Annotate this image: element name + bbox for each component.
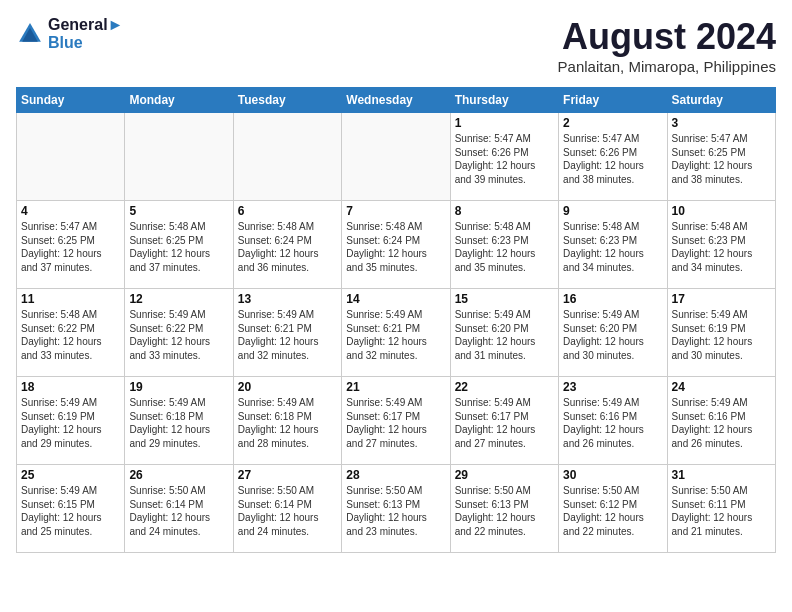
day-info: Sunrise: 5:47 AMSunset: 6:25 PMDaylight:… [672,132,771,186]
weekday-header-tuesday: Tuesday [233,88,341,113]
day-info: Sunrise: 5:49 AMSunset: 6:15 PMDaylight:… [21,484,120,538]
day-info: Sunrise: 5:50 AMSunset: 6:14 PMDaylight:… [129,484,228,538]
calendar-cell [342,113,450,201]
main-title: August 2024 [558,16,776,58]
calendar-cell [17,113,125,201]
day-info: Sunrise: 5:49 AMSunset: 6:20 PMDaylight:… [563,308,662,362]
calendar-week-1: 1Sunrise: 5:47 AMSunset: 6:26 PMDaylight… [17,113,776,201]
day-info: Sunrise: 5:50 AMSunset: 6:14 PMDaylight:… [238,484,337,538]
day-number: 18 [21,380,120,394]
calendar-cell: 26Sunrise: 5:50 AMSunset: 6:14 PMDayligh… [125,465,233,553]
calendar-week-2: 4Sunrise: 5:47 AMSunset: 6:25 PMDaylight… [17,201,776,289]
day-number: 12 [129,292,228,306]
weekday-header-sunday: Sunday [17,88,125,113]
calendar-cell: 14Sunrise: 5:49 AMSunset: 6:21 PMDayligh… [342,289,450,377]
day-number: 1 [455,116,554,130]
day-info: Sunrise: 5:48 AMSunset: 6:24 PMDaylight:… [346,220,445,274]
day-info: Sunrise: 5:49 AMSunset: 6:22 PMDaylight:… [129,308,228,362]
calendar-cell: 10Sunrise: 5:48 AMSunset: 6:23 PMDayligh… [667,201,775,289]
day-number: 10 [672,204,771,218]
calendar-cell: 15Sunrise: 5:49 AMSunset: 6:20 PMDayligh… [450,289,558,377]
calendar-cell: 22Sunrise: 5:49 AMSunset: 6:17 PMDayligh… [450,377,558,465]
calendar-cell: 21Sunrise: 5:49 AMSunset: 6:17 PMDayligh… [342,377,450,465]
calendar-cell: 1Sunrise: 5:47 AMSunset: 6:26 PMDaylight… [450,113,558,201]
weekday-header-wednesday: Wednesday [342,88,450,113]
day-info: Sunrise: 5:48 AMSunset: 6:23 PMDaylight:… [563,220,662,274]
day-info: Sunrise: 5:48 AMSunset: 6:23 PMDaylight:… [672,220,771,274]
day-info: Sunrise: 5:49 AMSunset: 6:17 PMDaylight:… [346,396,445,450]
calendar-cell: 20Sunrise: 5:49 AMSunset: 6:18 PMDayligh… [233,377,341,465]
day-info: Sunrise: 5:49 AMSunset: 6:19 PMDaylight:… [21,396,120,450]
day-info: Sunrise: 5:48 AMSunset: 6:25 PMDaylight:… [129,220,228,274]
day-number: 8 [455,204,554,218]
day-number: 2 [563,116,662,130]
calendar-cell [233,113,341,201]
day-info: Sunrise: 5:48 AMSunset: 6:23 PMDaylight:… [455,220,554,274]
day-number: 19 [129,380,228,394]
calendar-cell: 12Sunrise: 5:49 AMSunset: 6:22 PMDayligh… [125,289,233,377]
day-number: 23 [563,380,662,394]
calendar-week-3: 11Sunrise: 5:48 AMSunset: 6:22 PMDayligh… [17,289,776,377]
day-number: 17 [672,292,771,306]
logo-text: General► Blue [48,16,123,52]
day-info: Sunrise: 5:49 AMSunset: 6:19 PMDaylight:… [672,308,771,362]
day-info: Sunrise: 5:50 AMSunset: 6:11 PMDaylight:… [672,484,771,538]
calendar-week-5: 25Sunrise: 5:49 AMSunset: 6:15 PMDayligh… [17,465,776,553]
calendar-cell: 7Sunrise: 5:48 AMSunset: 6:24 PMDaylight… [342,201,450,289]
calendar-cell [125,113,233,201]
calendar-cell: 30Sunrise: 5:50 AMSunset: 6:12 PMDayligh… [559,465,667,553]
day-number: 6 [238,204,337,218]
day-info: Sunrise: 5:47 AMSunset: 6:26 PMDaylight:… [563,132,662,186]
calendar-table: SundayMondayTuesdayWednesdayThursdayFrid… [16,87,776,553]
day-number: 3 [672,116,771,130]
day-info: Sunrise: 5:48 AMSunset: 6:24 PMDaylight:… [238,220,337,274]
day-info: Sunrise: 5:49 AMSunset: 6:21 PMDaylight:… [238,308,337,362]
calendar-cell: 13Sunrise: 5:49 AMSunset: 6:21 PMDayligh… [233,289,341,377]
calendar-cell: 27Sunrise: 5:50 AMSunset: 6:14 PMDayligh… [233,465,341,553]
calendar-cell: 6Sunrise: 5:48 AMSunset: 6:24 PMDaylight… [233,201,341,289]
day-number: 27 [238,468,337,482]
day-number: 28 [346,468,445,482]
day-info: Sunrise: 5:49 AMSunset: 6:16 PMDaylight:… [672,396,771,450]
day-info: Sunrise: 5:50 AMSunset: 6:12 PMDaylight:… [563,484,662,538]
day-number: 26 [129,468,228,482]
day-number: 20 [238,380,337,394]
weekday-header-saturday: Saturday [667,88,775,113]
day-info: Sunrise: 5:47 AMSunset: 6:25 PMDaylight:… [21,220,120,274]
page-header: General► Blue August 2024 Panlaitan, Mim… [16,16,776,75]
day-number: 16 [563,292,662,306]
day-info: Sunrise: 5:47 AMSunset: 6:26 PMDaylight:… [455,132,554,186]
day-info: Sunrise: 5:49 AMSunset: 6:17 PMDaylight:… [455,396,554,450]
day-number: 29 [455,468,554,482]
day-number: 21 [346,380,445,394]
day-number: 14 [346,292,445,306]
day-number: 31 [672,468,771,482]
day-number: 25 [21,468,120,482]
day-number: 30 [563,468,662,482]
calendar-cell: 17Sunrise: 5:49 AMSunset: 6:19 PMDayligh… [667,289,775,377]
calendar-cell: 19Sunrise: 5:49 AMSunset: 6:18 PMDayligh… [125,377,233,465]
day-number: 7 [346,204,445,218]
subtitle: Panlaitan, Mimaropa, Philippines [558,58,776,75]
calendar-cell: 18Sunrise: 5:49 AMSunset: 6:19 PMDayligh… [17,377,125,465]
calendar-cell: 23Sunrise: 5:49 AMSunset: 6:16 PMDayligh… [559,377,667,465]
calendar-cell: 2Sunrise: 5:47 AMSunset: 6:26 PMDaylight… [559,113,667,201]
calendar-cell: 8Sunrise: 5:48 AMSunset: 6:23 PMDaylight… [450,201,558,289]
day-info: Sunrise: 5:49 AMSunset: 6:18 PMDaylight:… [238,396,337,450]
day-info: Sunrise: 5:49 AMSunset: 6:18 PMDaylight:… [129,396,228,450]
calendar-cell: 25Sunrise: 5:49 AMSunset: 6:15 PMDayligh… [17,465,125,553]
day-number: 22 [455,380,554,394]
calendar-cell: 4Sunrise: 5:47 AMSunset: 6:25 PMDaylight… [17,201,125,289]
day-info: Sunrise: 5:50 AMSunset: 6:13 PMDaylight:… [346,484,445,538]
logo-icon [16,20,44,48]
weekday-header-friday: Friday [559,88,667,113]
weekday-header-row: SundayMondayTuesdayWednesdayThursdayFrid… [17,88,776,113]
calendar-cell: 24Sunrise: 5:49 AMSunset: 6:16 PMDayligh… [667,377,775,465]
calendar-cell: 16Sunrise: 5:49 AMSunset: 6:20 PMDayligh… [559,289,667,377]
day-info: Sunrise: 5:50 AMSunset: 6:13 PMDaylight:… [455,484,554,538]
calendar-cell: 5Sunrise: 5:48 AMSunset: 6:25 PMDaylight… [125,201,233,289]
calendar-cell: 3Sunrise: 5:47 AMSunset: 6:25 PMDaylight… [667,113,775,201]
calendar-cell: 28Sunrise: 5:50 AMSunset: 6:13 PMDayligh… [342,465,450,553]
day-info: Sunrise: 5:49 AMSunset: 6:16 PMDaylight:… [563,396,662,450]
day-number: 11 [21,292,120,306]
